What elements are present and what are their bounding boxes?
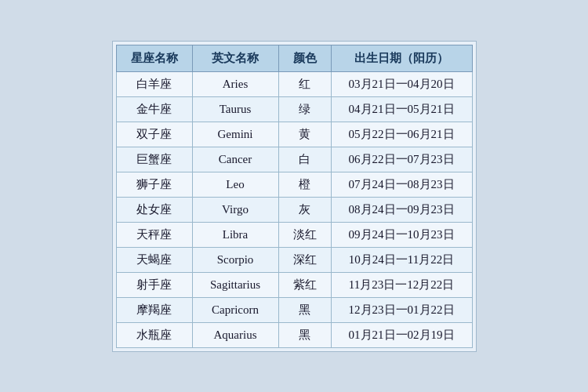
cell-chinese: 处女座 — [116, 197, 192, 222]
cell-date: 09月24日一10月23日 — [331, 222, 472, 247]
cell-english: Sagittarius — [192, 272, 278, 297]
cell-chinese: 摩羯座 — [116, 297, 192, 322]
cell-date: 10月24日一11月22日 — [331, 247, 472, 272]
cell-english: Taurus — [192, 96, 278, 122]
zodiac-table: 星座名称 英文名称 颜色 出生日期（阳历） 白羊座Aries红03月21日一04… — [116, 45, 473, 348]
zodiac-table-container: 星座名称 英文名称 颜色 出生日期（阳历） 白羊座Aries红03月21日一04… — [112, 41, 477, 352]
table-header-row: 星座名称 英文名称 颜色 出生日期（阳历） — [116, 45, 472, 71]
cell-chinese: 狮子座 — [116, 172, 192, 197]
cell-color: 黑 — [278, 322, 331, 347]
cell-date: 11月23日一12月22日 — [331, 272, 472, 297]
table-row: 天秤座Libra淡红09月24日一10月23日 — [116, 222, 472, 247]
cell-chinese: 巨蟹座 — [116, 147, 192, 172]
cell-date: 01月21日一02月19日 — [331, 322, 472, 347]
header-chinese: 星座名称 — [116, 45, 192, 71]
cell-chinese: 天蝎座 — [116, 247, 192, 272]
cell-color: 深红 — [278, 247, 331, 272]
cell-color: 黄 — [278, 122, 331, 147]
cell-color: 紫红 — [278, 272, 331, 297]
header-color: 颜色 — [278, 45, 331, 71]
cell-english: Aquarius — [192, 322, 278, 347]
cell-chinese: 白羊座 — [116, 71, 192, 96]
cell-color: 灰 — [278, 197, 331, 222]
cell-chinese: 金牛座 — [116, 96, 192, 122]
cell-chinese: 射手座 — [116, 272, 192, 297]
cell-color: 白 — [278, 147, 331, 172]
table-row: 水瓶座Aquarius黑01月21日一02月19日 — [116, 322, 472, 347]
cell-color: 淡红 — [278, 222, 331, 247]
cell-english: Gemini — [192, 122, 278, 147]
table-row: 白羊座Aries红03月21日一04月20日 — [116, 71, 472, 96]
cell-date: 03月21日一04月20日 — [331, 71, 472, 96]
cell-color: 橙 — [278, 172, 331, 197]
table-row: 巨蟹座Cancer白06月22日一07月23日 — [116, 147, 472, 172]
cell-english: Capricorn — [192, 297, 278, 322]
cell-chinese: 双子座 — [116, 122, 192, 147]
cell-date: 05月22日一06月21日 — [331, 122, 472, 147]
table-row: 处女座Virgo灰08月24日一09月23日 — [116, 197, 472, 222]
cell-english: Scorpio — [192, 247, 278, 272]
table-row: 天蝎座Scorpio深红10月24日一11月22日 — [116, 247, 472, 272]
cell-chinese: 天秤座 — [116, 222, 192, 247]
cell-color: 绿 — [278, 96, 331, 122]
table-row: 射手座Sagittarius紫红11月23日一12月22日 — [116, 272, 472, 297]
cell-date: 12月23日一01月22日 — [331, 297, 472, 322]
table-row: 摩羯座Capricorn黑12月23日一01月22日 — [116, 297, 472, 322]
cell-english: Virgo — [192, 197, 278, 222]
cell-date: 08月24日一09月23日 — [331, 197, 472, 222]
header-date: 出生日期（阳历） — [331, 45, 472, 71]
cell-color: 红 — [278, 71, 331, 96]
cell-date: 06月22日一07月23日 — [331, 147, 472, 172]
cell-chinese: 水瓶座 — [116, 322, 192, 347]
cell-date: 04月21日一05月21日 — [331, 96, 472, 122]
table-row: 金牛座Taurus绿04月21日一05月21日 — [116, 96, 472, 122]
cell-color: 黑 — [278, 297, 331, 322]
header-english: 英文名称 — [192, 45, 278, 71]
cell-english: Libra — [192, 222, 278, 247]
cell-english: Aries — [192, 71, 278, 96]
cell-english: Cancer — [192, 147, 278, 172]
table-row: 双子座Gemini黄05月22日一06月21日 — [116, 122, 472, 147]
cell-date: 07月24日一08月23日 — [331, 172, 472, 197]
cell-english: Leo — [192, 172, 278, 197]
table-row: 狮子座Leo橙07月24日一08月23日 — [116, 172, 472, 197]
